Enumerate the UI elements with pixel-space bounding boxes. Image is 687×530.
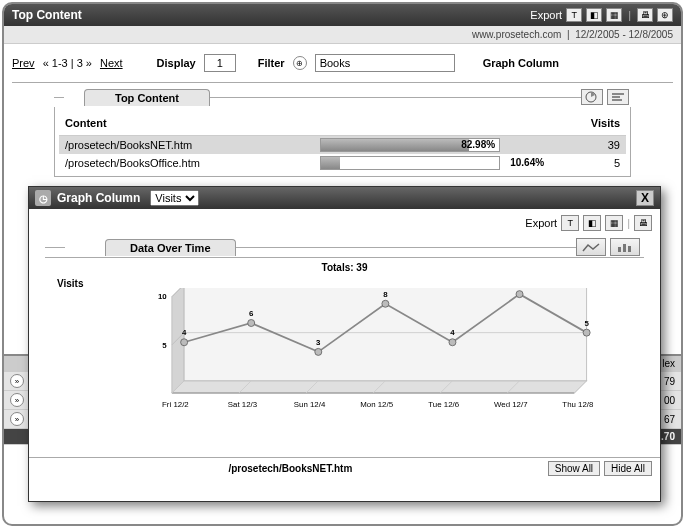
svg-text:9: 9 bbox=[517, 288, 522, 289]
svg-text:Tue 12/6: Tue 12/6 bbox=[428, 400, 459, 409]
index-header: lex bbox=[662, 358, 675, 369]
display-input[interactable] bbox=[204, 54, 236, 72]
graph-column-dialog: ◷ Graph Column Visits X Export T ◧ ▦ | 🖶… bbox=[28, 186, 661, 502]
svg-point-29 bbox=[583, 329, 590, 336]
svg-text:Wed 12/7: Wed 12/7 bbox=[494, 400, 527, 409]
line-chart: 5104638495Fri 12/2Sat 12/3Sun 12/4Mon 12… bbox=[105, 288, 615, 428]
dlg-export-label: Export bbox=[525, 217, 557, 229]
svg-text:4: 4 bbox=[182, 328, 187, 337]
svg-rect-4 bbox=[618, 247, 621, 252]
export-text-icon[interactable]: T bbox=[566, 8, 582, 22]
dlg-export-text-icon[interactable]: T bbox=[561, 215, 579, 231]
chart-footer-path: /prosetech/BooksNET.htm bbox=[37, 463, 544, 474]
table-row[interactable]: /prosetech/BooksNET.htm 82.98% 39 bbox=[59, 136, 626, 155]
separator: | bbox=[628, 9, 631, 21]
column-select[interactable]: Visits bbox=[150, 190, 199, 206]
svg-text:Sun 12/4: Sun 12/4 bbox=[294, 400, 326, 409]
next-link[interactable]: Next bbox=[100, 57, 123, 69]
bar-chart-icon[interactable] bbox=[610, 238, 640, 256]
prev-link[interactable]: Prev bbox=[12, 57, 35, 69]
print-icon[interactable]: 🖶 bbox=[637, 8, 653, 22]
percent-bar: 82.98% bbox=[320, 138, 500, 152]
export-label: Export bbox=[530, 9, 562, 21]
svg-rect-1 bbox=[612, 93, 624, 95]
percent-bar: 10.64% bbox=[320, 156, 500, 170]
filter-label: Filter bbox=[258, 57, 285, 69]
dlg-tab-dataover: Data Over Time bbox=[105, 239, 236, 256]
clock-icon: ◷ bbox=[35, 190, 51, 206]
close-icon[interactable]: X bbox=[636, 190, 654, 206]
display-label: Display bbox=[157, 57, 196, 69]
svg-point-27 bbox=[516, 291, 523, 298]
svg-rect-2 bbox=[612, 96, 620, 98]
bar-toggle-icon[interactable] bbox=[607, 89, 629, 105]
export-excel-icon[interactable]: ▦ bbox=[606, 8, 622, 22]
svg-text:8: 8 bbox=[383, 290, 388, 299]
svg-point-23 bbox=[382, 300, 389, 307]
show-all-button[interactable]: Show All bbox=[548, 461, 600, 476]
dlg-print-icon[interactable]: 🖶 bbox=[634, 215, 652, 231]
expand-icon[interactable]: » bbox=[10, 374, 24, 388]
svg-text:4: 4 bbox=[450, 328, 455, 337]
add-dashboard-icon[interactable]: ⊕ bbox=[657, 8, 673, 22]
chart-totals: Totals: 39 bbox=[49, 262, 640, 273]
svg-text:Mon 12/5: Mon 12/5 bbox=[360, 400, 393, 409]
y-axis-label: Visits bbox=[57, 278, 84, 289]
svg-text:5: 5 bbox=[584, 319, 589, 328]
svg-text:Thu 12/8: Thu 12/8 bbox=[562, 400, 594, 409]
section-tab-topcontent: Top Content bbox=[84, 89, 210, 106]
svg-point-25 bbox=[449, 339, 456, 346]
info-strip: www.prosetech.com | 12/2/2005 - 12/8/200… bbox=[4, 26, 681, 44]
svg-text:10: 10 bbox=[158, 292, 167, 301]
dialog-title: Graph Column bbox=[57, 191, 140, 205]
filter-input[interactable] bbox=[315, 54, 455, 72]
page-title: Top Content bbox=[12, 8, 82, 22]
filter-mode-icon[interactable]: ⊕ bbox=[293, 56, 307, 70]
svg-point-17 bbox=[181, 339, 188, 346]
svg-rect-3 bbox=[612, 99, 622, 101]
expand-icon[interactable]: » bbox=[10, 393, 24, 407]
table-row[interactable]: /prosetech/BooksOffice.htm 10.64% 5 bbox=[59, 154, 626, 172]
svg-text:3: 3 bbox=[316, 338, 321, 347]
svg-point-21 bbox=[315, 348, 322, 355]
expand-icon[interactable]: » bbox=[10, 412, 24, 426]
svg-text:Sat 12/3: Sat 12/3 bbox=[228, 400, 258, 409]
pie-toggle-icon[interactable] bbox=[581, 89, 603, 105]
svg-text:6: 6 bbox=[249, 309, 254, 318]
svg-point-19 bbox=[248, 320, 255, 327]
svg-text:5: 5 bbox=[162, 341, 167, 350]
hide-all-button[interactable]: Hide All bbox=[604, 461, 652, 476]
line-chart-icon[interactable] bbox=[576, 238, 606, 256]
svg-rect-5 bbox=[623, 244, 626, 252]
graph-column-label: Graph Column bbox=[483, 57, 559, 69]
svg-rect-6 bbox=[628, 246, 631, 252]
col-content: Content bbox=[59, 111, 314, 136]
page-range: « 1-3 | 3 » bbox=[43, 57, 92, 69]
dlg-export-xml-icon[interactable]: ◧ bbox=[583, 215, 601, 231]
export-xml-icon[interactable]: ◧ bbox=[586, 8, 602, 22]
col-visits: Visits bbox=[513, 111, 626, 136]
dlg-export-excel-icon[interactable]: ▦ bbox=[605, 215, 623, 231]
svg-text:Fri 12/2: Fri 12/2 bbox=[162, 400, 189, 409]
